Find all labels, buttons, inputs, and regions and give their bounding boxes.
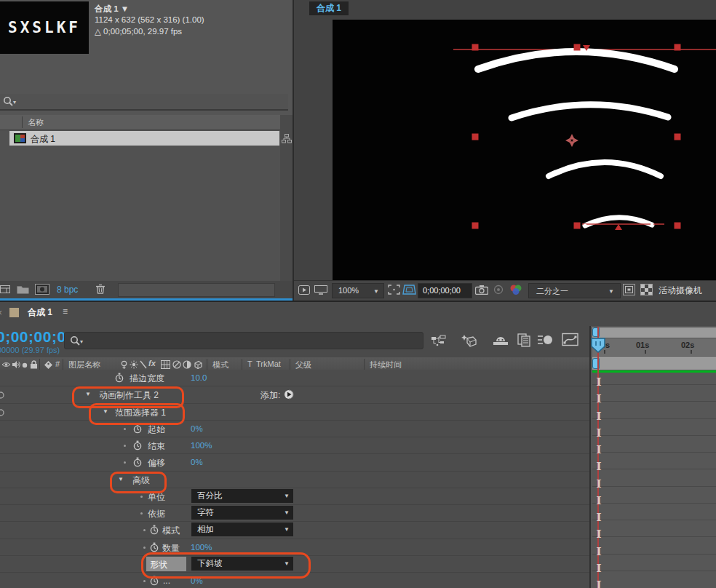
project-item-comp1[interactable]: 合成 1 (9, 131, 279, 146)
property-value[interactable]: 0% (191, 424, 203, 433)
new-composition-icon[interactable] (35, 284, 49, 295)
row-start[interactable]: 起始 0% (0, 421, 589, 437)
show-snapshot-icon[interactable] (492, 285, 505, 295)
row-amount[interactable]: 数量 100% (0, 539, 589, 556)
row-offset[interactable]: 偏移 0% (0, 454, 589, 471)
work-area-bar[interactable] (592, 357, 716, 370)
column-parent[interactable]: 父级 (295, 359, 311, 370)
active-camera-dropdown[interactable]: 活动摄像机 (659, 285, 702, 297)
row-animator-2[interactable]: ▼ 动画制作工具 2 添加: (0, 386, 589, 403)
snapshot-camera-icon[interactable] (475, 285, 488, 295)
safe-margins-icon[interactable] (402, 285, 416, 295)
property-label: 形状 (150, 559, 167, 571)
close-icon[interactable]: × (0, 308, 2, 318)
twirl-down-icon[interactable]: ▼ (85, 391, 91, 397)
column-layer-name[interactable]: 图层名称 (68, 359, 100, 370)
region-of-interest-icon[interactable] (388, 285, 400, 295)
video-eye-icon[interactable] (1, 361, 11, 368)
property-label[interactable]: 高级 (132, 474, 150, 487)
panel-menu-icon[interactable]: ≡ (63, 306, 68, 317)
units-dropdown[interactable]: 百分比▼ (191, 489, 293, 503)
property-value[interactable]: 10.0 (191, 373, 207, 382)
viewer-timecode[interactable]: 0;00;00;00 (418, 283, 472, 298)
project-search-bar[interactable]: ▾ (0, 94, 288, 111)
row-ease[interactable]: ... 0% (0, 573, 589, 588)
time-ruler[interactable]: 0s 01s 02s (592, 338, 716, 356)
property-value[interactable]: 0% (191, 576, 203, 585)
twirl-down-icon[interactable]: ▼ (118, 476, 124, 482)
stopwatch-icon[interactable] (150, 576, 159, 587)
comp-title[interactable]: 合成 1 ▼ (95, 4, 129, 15)
dropdown-value: 相加 (197, 525, 214, 533)
audio-speaker-icon[interactable] (12, 360, 20, 369)
stopwatch-icon[interactable] (133, 457, 142, 468)
row-mode[interactable]: 模式 相加▼ (0, 522, 589, 539)
viewer-tab-comp1[interactable]: 合成 1 (309, 1, 349, 15)
twirl-down-icon[interactable]: ▼ (103, 408, 108, 415)
bit-depth-button[interactable]: 8 bpc (57, 285, 78, 295)
column-name[interactable]: 名称 (28, 117, 44, 128)
interpret-footage-icon[interactable] (0, 285, 11, 295)
column-index[interactable]: # (55, 359, 60, 368)
hide-shy-layers-icon[interactable] (492, 334, 509, 347)
channel-rgb-icon[interactable] (509, 284, 523, 295)
project-panel: SXSLKF 合成 1 ▼ 1124 x 632 (562 x 316) (1.… (0, 0, 293, 301)
always-preview-icon[interactable] (298, 285, 310, 295)
property-value[interactable]: 0% (191, 458, 203, 466)
resolution-dropdown[interactable]: 二分之一 ▼ (528, 283, 621, 298)
property-label[interactable]: 偏移 (148, 457, 165, 469)
column-duration[interactable]: 持续时间 (370, 359, 402, 370)
graph-editor-icon[interactable] (562, 333, 579, 347)
stopwatch-icon[interactable] (150, 542, 159, 553)
transparency-grid-icon[interactable] (640, 284, 653, 295)
motion-blur-icon[interactable] (537, 333, 554, 346)
row-shape[interactable]: 形状 下斜坡▼ (0, 556, 589, 573)
shape-dropdown[interactable]: 下斜坡▼ (191, 557, 293, 571)
draft-3d-icon[interactable] (461, 333, 479, 348)
mode-dropdown[interactable]: 相加▼ (191, 523, 293, 536)
comp-mini-flowchart-icon[interactable] (431, 335, 447, 347)
based-on-dropdown[interactable]: 字符▼ (191, 506, 293, 520)
composition-viewport[interactable] (333, 20, 716, 280)
target-region-icon[interactable] (623, 284, 635, 295)
row-range-selector-1[interactable]: ▼ 范围选择器 1 (0, 404, 589, 421)
row-stroke-width[interactable]: 描边宽度 10.0 (0, 370, 589, 386)
time-navigator-bar[interactable] (592, 327, 716, 338)
new-folder-icon[interactable] (17, 284, 29, 294)
motion-blur-switch-icon (161, 360, 170, 369)
stopwatch-icon[interactable] (133, 440, 142, 451)
comp-size-info: 1124 x 632 (562 x 316) (1.00) (95, 15, 204, 24)
label-tag-icon[interactable] (44, 360, 53, 370)
column-mode[interactable]: 模式 (212, 359, 228, 370)
trash-icon[interactable] (95, 283, 106, 295)
property-value[interactable]: 100% (191, 543, 212, 552)
property-label[interactable]: 起始 (148, 424, 165, 436)
solo-icon[interactable] (22, 362, 28, 368)
stopwatch-icon[interactable] (150, 525, 159, 536)
flowchart-icon[interactable] (282, 134, 292, 143)
timeline-panel: × 合成 1 ≡ 0;00;00;00 00000 (29.97 fps) ▾ (0, 301, 716, 588)
project-item-label[interactable]: 合成 1 (31, 133, 55, 146)
stopwatch-icon[interactable] (133, 424, 142, 434)
timeline-search-input[interactable]: ▾ (64, 332, 423, 349)
add-animator-button[interactable] (284, 389, 294, 400)
lock-icon[interactable] (30, 360, 38, 369)
stopwatch-icon[interactable] (115, 373, 124, 384)
property-label[interactable]: 结束 (148, 440, 165, 453)
property-label[interactable]: 描边宽度 (130, 373, 164, 385)
property-label[interactable]: 范围选择器 1 (115, 407, 166, 419)
column-t[interactable]: T (247, 359, 252, 368)
row-based-on[interactable]: 依据 字符▼ (0, 505, 589, 522)
property-label[interactable]: 动画制作工具 2 (99, 389, 159, 402)
monitor-icon[interactable] (314, 285, 327, 295)
row-units[interactable]: 单位 百分比▼ (0, 488, 589, 505)
current-time-indicator-head[interactable] (591, 338, 606, 354)
property-value[interactable]: 100% (191, 441, 212, 450)
row-end[interactable]: 结束 100% (0, 437, 589, 454)
row-advanced[interactable]: ▼ 高级 (0, 472, 589, 488)
column-trkmat[interactable]: TrkMat (256, 359, 281, 368)
frame-blend-icon[interactable] (516, 333, 532, 347)
timeline-tab-label[interactable]: 合成 1 (28, 306, 52, 319)
zoom-dropdown[interactable]: 100% ▼ (332, 283, 384, 298)
project-list-header[interactable]: 名称 (0, 115, 288, 130)
